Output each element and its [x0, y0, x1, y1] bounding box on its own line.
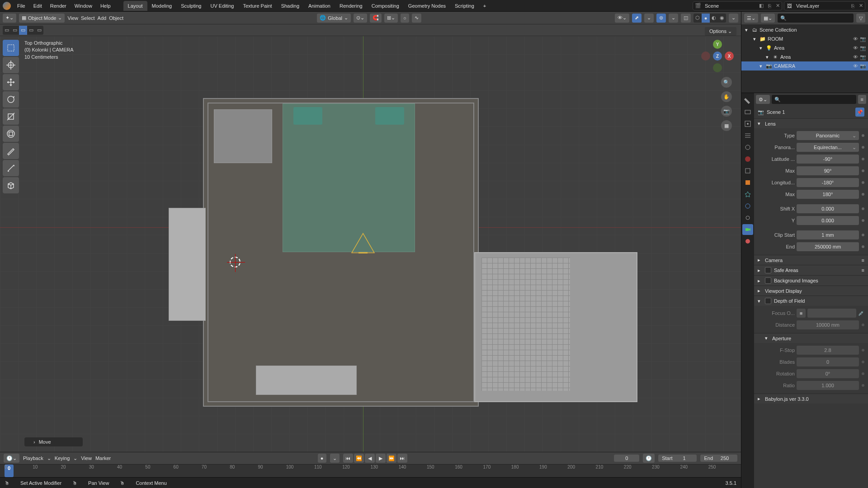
anim-dot[interactable] — [862, 169, 864, 172]
gizmo-neg-y-icon[interactable] — [713, 63, 722, 72]
outliner-editor-type[interactable]: ☰⌄ — [744, 14, 758, 23]
field-blades[interactable]: 0 — [797, 357, 859, 366]
jump-end-button[interactable]: ⏭ — [397, 454, 407, 463]
editor-type-button[interactable]: ✦⌄ — [3, 14, 16, 23]
outliner-display-mode[interactable]: ▦⌄ — [761, 14, 775, 23]
anim-dot[interactable] — [862, 207, 864, 210]
timeline-editor-type[interactable]: 🕐⌄ — [4, 454, 19, 463]
timeline-track[interactable]: 0 01020304050607080901001101201301401501… — [0, 464, 741, 477]
tl-menu-playback[interactable]: Playback — [23, 455, 43, 461]
play-reverse-button[interactable]: ◀ — [365, 454, 375, 463]
header-add[interactable]: Add — [98, 15, 107, 21]
pin-toggle[interactable]: 📌 — [855, 108, 864, 117]
field-clip-end[interactable]: 250000 mm — [797, 242, 859, 251]
tab-rendering[interactable]: Rendering — [335, 1, 367, 11]
eye-icon[interactable]: 👁 — [853, 54, 858, 60]
ptab-render[interactable] — [742, 107, 753, 117]
field-ratio[interactable]: 1.000 — [797, 381, 859, 390]
header-select[interactable]: Select — [81, 15, 95, 21]
tab-texturepaint[interactable]: Texture Paint — [238, 1, 276, 11]
overlay-toggle[interactable]: ⊚ — [656, 14, 666, 23]
panel-preset-icon[interactable]: ≡ — [862, 258, 864, 263]
panel-bg-header[interactable]: ▸Background Images — [754, 276, 868, 286]
anim-dot[interactable] — [862, 349, 864, 352]
gizmo-x-icon[interactable]: X — [725, 52, 734, 61]
select-box-tool[interactable] — [3, 40, 19, 56]
menu-window[interactable]: Window — [71, 1, 96, 10]
anim-dot[interactable] — [862, 146, 864, 149]
anim-dot[interactable] — [862, 193, 864, 196]
eye-icon[interactable]: 👁 — [853, 36, 858, 42]
key-prev-button[interactable]: ⏪ — [354, 454, 364, 463]
scene-browse-icon[interactable]: ◧ — [757, 3, 765, 9]
tab-layout[interactable]: Layout — [123, 1, 147, 11]
props-search[interactable]: 🔍 — [772, 95, 856, 104]
select-subtract-icon[interactable]: ▭ — [19, 26, 27, 35]
field-lens-type[interactable]: Panoramic — [797, 131, 859, 140]
shade-wireframe[interactable]: ⬡ — [693, 14, 702, 23]
dof-checkbox[interactable] — [765, 298, 771, 304]
disclosure-icon[interactable]: ▾ — [758, 45, 764, 51]
ptab-collection[interactable] — [742, 165, 753, 176]
select-set-icon[interactable]: ▭ — [3, 26, 11, 35]
anim-dot[interactable] — [862, 372, 864, 375]
eyedropper-icon[interactable]: 💉 — [858, 310, 864, 316]
camera-view-icon[interactable]: 📷 — [721, 106, 732, 117]
viewlayer-name-input[interactable] — [794, 3, 849, 9]
field-pano-type[interactable]: Equirectan... — [797, 143, 859, 152]
outliner-filter[interactable]: ▽ — [856, 14, 865, 23]
key-next-button[interactable]: ⏩ — [387, 454, 396, 463]
snap-options[interactable]: ⊞⌄ — [384, 14, 398, 23]
rotate-tool[interactable] — [3, 91, 19, 108]
menu-edit[interactable]: Edit — [30, 1, 46, 10]
anim-dot[interactable] — [862, 245, 864, 248]
eye-icon[interactable]: 👁 — [853, 63, 858, 69]
pan-icon[interactable]: ✋ — [721, 91, 732, 102]
field-lat-max[interactable]: 90° — [797, 166, 859, 175]
ptab-physics[interactable] — [742, 201, 753, 211]
annotate-tool[interactable] — [3, 143, 19, 159]
scene-selector[interactable]: 🎬 ◧ ⎘ ✕ — [693, 1, 782, 10]
gizmo-neg-x-icon[interactable] — [701, 52, 710, 61]
field-shift-y[interactable]: 0.000 — [797, 216, 859, 225]
field-lon-max[interactable]: 180° — [797, 190, 859, 199]
props-options[interactable]: ≡ — [858, 95, 866, 104]
panel-dof-header[interactable]: ▾Depth of Field — [754, 296, 868, 306]
anim-dot[interactable] — [862, 219, 864, 222]
menu-file[interactable]: File — [14, 1, 29, 10]
render-icon[interactable]: 📷 — [860, 36, 866, 42]
tree-item[interactable]: ▾📷CAMERA👁📷 — [741, 61, 868, 70]
field-focus-distance[interactable]: 10000 mm — [797, 320, 859, 329]
field-focus-object[interactable]: ■ — [797, 309, 806, 318]
perspective-toggle-icon[interactable]: ▦ — [721, 120, 732, 131]
select-invert-icon[interactable]: ▭ — [27, 26, 35, 35]
tl-menu-keying[interactable]: Keying — [55, 455, 70, 461]
tl-menu-marker[interactable]: Marker — [95, 455, 111, 461]
ptab-modifiers[interactable] — [742, 189, 753, 200]
options-dropdown[interactable]: Options ⌄ — [705, 27, 736, 36]
gizmo-z-icon[interactable]: Z — [713, 52, 722, 61]
anim-dot[interactable] — [862, 181, 864, 184]
field-lat-min[interactable]: -90° — [797, 155, 859, 164]
outliner-search[interactable]: 🔍 — [778, 14, 854, 23]
tab-modeling[interactable]: Modeling — [147, 1, 177, 11]
shade-matpreview[interactable]: ◐ — [710, 14, 718, 23]
shading-options[interactable]: ⌄ — [729, 14, 738, 23]
start-frame-field[interactable]: Start — [658, 455, 697, 462]
field-shift-x[interactable]: 0.000 — [797, 204, 859, 213]
ptab-viewlayer[interactable] — [742, 130, 753, 141]
anim-dot[interactable] — [862, 324, 864, 326]
anim-dot[interactable] — [862, 234, 864, 236]
breadcrumb-label[interactable]: Scene 1 — [767, 109, 785, 115]
select-intersect-icon[interactable]: ▭ — [35, 26, 43, 35]
panel-camera-header[interactable]: ▸Camera≡ — [754, 255, 868, 265]
menu-render[interactable]: Render — [47, 1, 70, 10]
ptab-material[interactable] — [742, 236, 753, 247]
ptab-output[interactable] — [742, 118, 753, 129]
add-cube-tool[interactable] — [3, 177, 19, 193]
ptab-world[interactable] — [742, 154, 753, 164]
autokey-options[interactable]: ⌄ — [330, 454, 340, 463]
anim-dot[interactable] — [862, 134, 864, 137]
anim-dot[interactable] — [862, 361, 864, 363]
transform-tool[interactable] — [3, 126, 19, 142]
